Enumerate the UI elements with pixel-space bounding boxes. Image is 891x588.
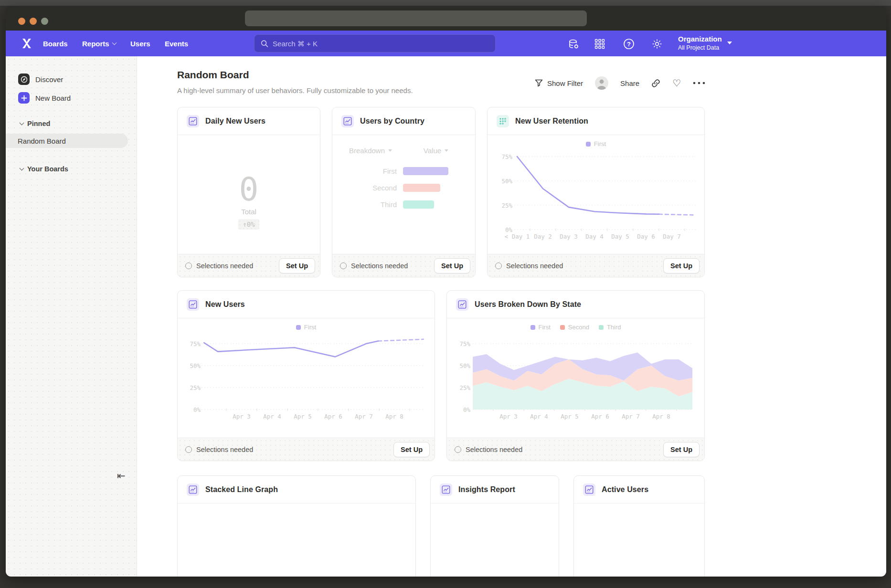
legend-item: Second [560,324,589,331]
global-search[interactable] [254,34,496,52]
card-new-user-retention: New User Retention First 75%50%25%0%< Da… [487,107,705,277]
bar [403,167,448,175]
row-label: Third [339,200,397,209]
address-bar[interactable] [245,10,587,26]
x-axis-label: Day 2 [534,233,552,240]
x-axis-label: Day 6 [637,233,655,240]
bar [403,200,434,209]
favorite-button[interactable]: ♡ [672,78,681,88]
avatar[interactable] [595,76,608,90]
card-footer: Selections needed Set Up [447,438,704,461]
status-circle-icon [495,262,502,269]
sidebar-item-new-board[interactable]: New Board [18,92,71,104]
nav-label: Reports [82,40,109,48]
x-axis-label: Apr 3 [233,413,251,420]
sidebar-collapse-button[interactable]: ⇤ [117,470,126,482]
y-axis-label: 75% [501,153,512,160]
chevron-down-icon [20,120,24,125]
data-management-icon[interactable] [568,38,579,50]
status-text: Selections needed [196,446,253,453]
desktop-backdrop: Boards Reports Users Events [0,0,891,588]
value-dropdown[interactable]: Value [424,147,448,155]
set-up-button[interactable]: Set Up [663,442,700,457]
app-window: Boards Reports Users Events [6,6,886,577]
delta-badge: ↑0% [238,219,259,230]
chevron-down-icon [388,149,392,152]
close-window-button[interactable] [18,18,25,25]
legend-item: First [296,324,316,331]
sidebar-item-random-board[interactable]: Random Board [6,134,128,148]
nav-item-users[interactable]: Users [130,31,150,56]
show-filter-button[interactable]: Show Filter [535,79,583,87]
apps-grid-icon[interactable] [594,38,605,50]
nav-item-boards[interactable]: Boards [43,31,68,56]
card-title: Stacked Line Graph [205,485,278,494]
chart-legend: FirstSecondThird [447,324,704,331]
sidebar-section-pinned[interactable]: Pinned [20,120,50,127]
more-options-button[interactable] [693,82,705,84]
top-nav: Boards Reports Users Events [6,31,886,56]
card-insights-report: Insights Report [430,475,559,577]
settings-gear-icon[interactable] [651,38,663,50]
nav-item-reports[interactable]: Reports [82,31,116,56]
share-label: Share [620,79,639,87]
board-actions: Show Filter Share [535,75,705,91]
sidebar-label: New Board [35,94,71,102]
status-circle-icon [455,446,461,453]
status-text: Selections needed [466,446,522,453]
chart-legend: First [178,324,435,331]
set-up-button[interactable]: Set Up [393,442,430,457]
x-axis-label: Day 3 [560,233,578,240]
section-label: Your Boards [27,165,68,173]
status-text: Selections needed [351,262,408,270]
set-up-button[interactable]: Set Up [434,258,470,273]
sidebar-item-discover[interactable]: Discover [18,74,63,85]
card-active-users: Active Users [573,475,705,577]
x-axis-label: Apr 3 [499,413,518,420]
copy-link-button[interactable] [651,79,660,88]
minimize-window-button[interactable] [30,18,37,25]
bar [403,184,440,192]
x-axis-label: Apr 4 [530,413,548,420]
card-daily-new-users: Daily New Users 0 Total ↑0% Selections n… [177,107,320,277]
board-link-label: Random Board [18,137,66,145]
card-title: Users by Country [360,117,424,126]
chart-legend: First [488,140,704,147]
legend-item: First [586,140,606,147]
person-icon [595,76,608,90]
window-titlebar [6,6,886,31]
zoom-window-button[interactable] [41,18,48,25]
nav-label: Boards [43,40,68,48]
sidebar-section-your-boards[interactable]: Your Boards [20,165,68,173]
row-label: First [339,167,397,175]
card-footer: Selections needed Set Up [178,254,320,277]
org-project: All Project Data [678,44,722,52]
legend-item: First [530,324,551,331]
retention-chart: 75%50%25%0%< Day 1Day 2Day 3Day 4Day 5Da… [488,135,704,254]
card-title: New User Retention [515,117,588,126]
search-input[interactable] [273,40,489,48]
board-main: Random Board A high-level summary of use… [137,56,886,577]
legend-item: Third [599,324,621,331]
plus-icon [18,92,30,104]
nav-item-events[interactable]: Events [165,31,188,56]
mixpanel-logo-icon[interactable] [21,38,32,49]
org-name: Organization [678,34,722,44]
breakdown-dropdown[interactable]: Breakdown [349,147,392,155]
line-chart-icon [187,483,199,496]
row-label: Second [339,184,397,192]
show-filter-label: Show Filter [547,79,583,87]
share-button[interactable]: Share [620,79,639,87]
x-axis-label: Apr 7 [622,413,640,420]
y-axis-label: 50% [459,362,470,369]
status-text: Selections needed [506,262,563,270]
set-up-button[interactable]: Set Up [663,258,700,273]
set-up-button[interactable]: Set Up [279,258,315,273]
org-selector[interactable]: Organization All Project Data [678,34,732,52]
help-icon[interactable]: ? [623,38,635,50]
compass-icon [18,74,30,85]
y-axis-label: 50% [501,178,512,185]
sidebar-label: Discover [35,75,63,84]
card-footer: Selections needed Set Up [332,254,475,277]
x-axis-label: < Day 1 [505,233,530,240]
